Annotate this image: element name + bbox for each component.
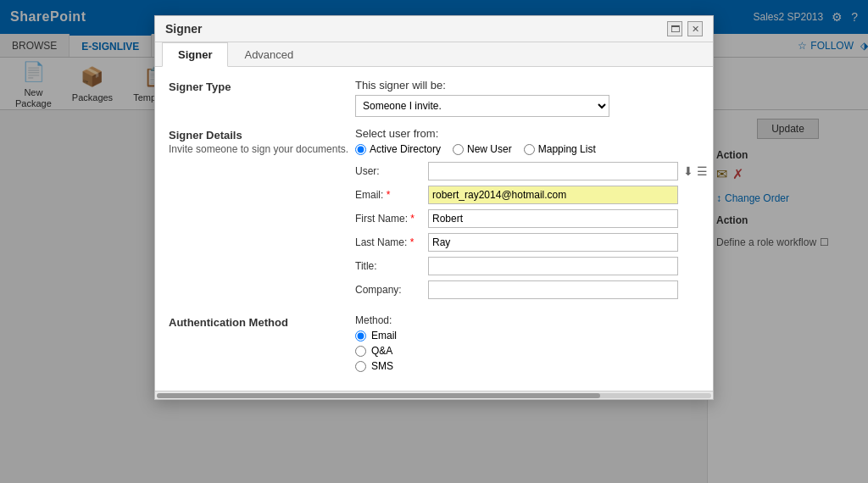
scroll-thumb	[157, 393, 600, 398]
auth-method-sublabel: Method:	[355, 314, 699, 326]
signer-type-control-col: This signer will be: Someone I invite. S…	[355, 79, 699, 117]
horizontal-scrollbar[interactable]	[155, 391, 713, 399]
new-user-radio[interactable]	[453, 144, 464, 155]
firstname-field-row: First Name: *	[355, 209, 708, 228]
auth-radio-group: Email Q&A SMS	[355, 330, 699, 372]
user-field-icons: ⬇ ☰	[683, 164, 708, 178]
auth-email-radio[interactable]	[355, 330, 366, 341]
user-source-radio-group: Active Directory New User Mapping List	[355, 143, 708, 155]
select-user-from-label: Select user from:	[355, 127, 708, 140]
auth-email-radio-label[interactable]: Email	[355, 330, 699, 341]
user-field-label: User:	[355, 165, 423, 177]
lastname-required-marker: *	[410, 236, 415, 248]
signer-type-sublabel: This signer will be:	[355, 79, 699, 92]
auth-qa-radio[interactable]	[355, 346, 366, 357]
auth-sms-radio-label[interactable]: SMS	[355, 360, 699, 372]
signer-type-label: Signer Type	[169, 80, 355, 93]
minimize-icon: 🗖	[670, 24, 680, 34]
signer-type-label-col: Signer Type	[169, 79, 355, 117]
modal-tabs: Signer Advanced	[155, 42, 713, 67]
modal-body: Signer Type This signer will be: Someone…	[155, 67, 713, 391]
modal-overlay: Signer 🗖 ✕ Signer Advanced	[0, 0, 868, 483]
title-field-label: Title:	[355, 260, 423, 272]
signer-details-label-col: Signer Details Invite someone to sign yo…	[169, 127, 355, 304]
modal-controls: 🗖 ✕	[667, 21, 703, 36]
user-input[interactable]	[428, 162, 678, 180]
email-field-row: Email: *	[355, 186, 708, 204]
signer-details-row: Signer Details Invite someone to sign yo…	[169, 127, 699, 304]
active-directory-radio-label[interactable]: Active Directory	[355, 143, 441, 155]
firstname-required-marker: *	[410, 213, 415, 225]
mapping-list-radio[interactable]	[524, 144, 535, 155]
modal-header: Signer 🗖 ✕	[155, 16, 713, 42]
title-field-row: Title:	[355, 257, 708, 275]
auth-qa-radio-label[interactable]: Q&A	[355, 345, 699, 357]
signer-details-control-col: Select user from: Active Directory New U…	[355, 127, 708, 304]
close-icon: ✕	[692, 24, 699, 35]
signer-type-row: Signer Type This signer will be: Someone…	[169, 79, 699, 117]
email-field-label: Email: *	[355, 189, 423, 201]
modal-minimize-button[interactable]: 🗖	[667, 21, 682, 36]
email-required-marker: *	[387, 189, 391, 201]
auth-method-control-col: Method: Email Q&A SMS	[355, 314, 699, 372]
auth-method-row: Authentication Method Method: Email Q&A	[169, 314, 699, 372]
company-field-label: Company:	[355, 284, 423, 296]
auth-sms-radio[interactable]	[355, 361, 366, 372]
lastname-input[interactable]	[428, 233, 678, 252]
mapping-list-radio-label[interactable]: Mapping List	[524, 143, 596, 155]
active-directory-radio[interactable]	[355, 144, 366, 155]
company-input[interactable]	[428, 280, 678, 299]
auth-method-label: Authentication Method	[169, 316, 288, 329]
user-list-icon[interactable]: ☰	[697, 164, 708, 178]
scroll-track	[157, 393, 711, 398]
signer-type-select[interactable]: Someone I invite. Someone else A group	[355, 95, 609, 117]
new-user-radio-label[interactable]: New User	[453, 143, 512, 155]
signer-modal: Signer 🗖 ✕ Signer Advanced	[154, 15, 714, 400]
company-field-row: Company:	[355, 280, 708, 299]
user-field-row: User: ⬇ ☰	[355, 162, 708, 180]
tab-advanced[interactable]: Advanced	[228, 42, 309, 67]
email-input[interactable]	[428, 186, 678, 204]
auth-method-label-col: Authentication Method	[169, 314, 355, 372]
lastname-field-label: Last Name: *	[355, 236, 423, 248]
tab-signer[interactable]: Signer	[162, 42, 228, 67]
user-search-icon[interactable]: ⬇	[683, 164, 693, 178]
modal-title: Signer	[165, 22, 203, 36]
modal-close-button[interactable]: ✕	[687, 21, 703, 36]
firstname-input[interactable]	[428, 209, 678, 228]
title-input[interactable]	[428, 257, 678, 275]
lastname-field-row: Last Name: *	[355, 233, 708, 252]
firstname-field-label: First Name: *	[355, 213, 423, 225]
signer-details-sublabel: Invite someone to sign your documents.	[169, 143, 355, 155]
signer-details-label: Signer Details	[169, 129, 355, 142]
